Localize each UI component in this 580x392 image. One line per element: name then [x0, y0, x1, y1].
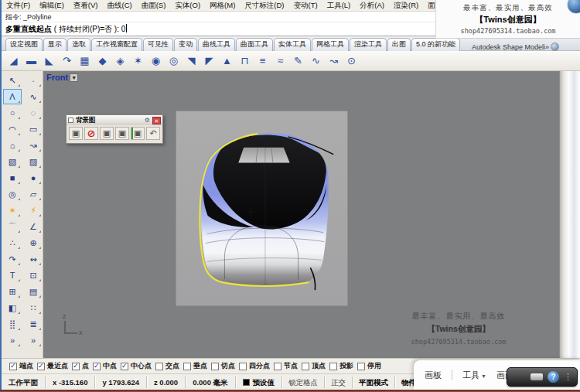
more-tools-left-icon[interactable]: »: [3, 332, 22, 348]
arc-blend-icon[interactable]: ↷: [3, 251, 22, 267]
right-panel-edge[interactable]: [559, 71, 580, 358]
control-point-curve-icon[interactable]: ∿: [24, 89, 43, 104]
board-menu-item[interactable]: 画板: [425, 370, 442, 381]
move-points-icon[interactable]: ⊡: [24, 268, 43, 283]
polyline-icon[interactable]: Λ: [3, 89, 22, 104]
boolean-union-icon[interactable]: ⊕: [24, 235, 43, 251]
arc-icon[interactable]: ◠: [3, 121, 22, 137]
group-icon[interactable]: ∴: [3, 235, 22, 251]
more-options-icon[interactable]: ⋮: [564, 372, 572, 382]
plane-icon[interactable]: ▱: [24, 186, 43, 202]
cap-holes-icon[interactable]: ⊓: [236, 53, 254, 70]
menu-item[interactable]: 工具(L): [322, 0, 356, 11]
player-control-pill[interactable]: ? ⋮: [507, 367, 578, 387]
explode-icon[interactable]: ✶: [3, 203, 22, 218]
menu-item[interactable]: 实体(O): [170, 0, 205, 11]
toolbar-tab[interactable]: 网格工具: [312, 38, 349, 51]
ellipse-icon[interactable]: ◌: [24, 105, 43, 121]
status-toggle[interactable]: 正交: [325, 377, 353, 388]
toolbar-tab[interactable]: 渲染工具: [350, 38, 387, 51]
align-background-image-icon[interactable]: ▣: [115, 127, 129, 140]
freeform-curve-icon[interactable]: ↝: [24, 138, 43, 153]
toolbar-tab[interactable]: 显示: [43, 38, 67, 51]
toolbar-tab[interactable]: 可见性: [143, 38, 173, 51]
menu-item[interactable]: 文件(F): [2, 0, 35, 11]
match-surface-icon[interactable]: ✎: [289, 53, 307, 70]
osnap-checkbox[interactable]: 端点: [9, 361, 33, 371]
checkbox-icon[interactable]: [9, 363, 17, 370]
toolbar-tab[interactable]: 出图: [387, 38, 411, 51]
loft-icon[interactable]: ◈: [111, 53, 129, 70]
menu-item[interactable]: 曲线(C): [102, 0, 136, 11]
toolbar-tab[interactable]: 工作视窗配置: [91, 38, 142, 51]
chamfer-icon[interactable]: ∠: [24, 219, 43, 234]
osnap-checkbox[interactable]: 节点: [274, 361, 298, 371]
checkbox-icon[interactable]: [155, 363, 163, 370]
tab-overflow-label[interactable]: Autodesk Shape Modeli»: [472, 43, 549, 51]
checkbox-icon[interactable]: [357, 363, 365, 370]
toolbar-tab[interactable]: 选取: [67, 38, 90, 51]
viewport-title[interactable]: Front ▼: [46, 73, 78, 82]
gear-icon[interactable]: ⚙: [145, 117, 150, 124]
array-icon[interactable]: ∷: [24, 300, 43, 315]
menu-item[interactable]: 渲染(R): [389, 0, 423, 11]
block-icon[interactable]: ⊞: [3, 284, 22, 299]
extrude-icon[interactable]: ▲: [218, 53, 236, 70]
tab-options-icon[interactable]: [551, 43, 559, 51]
tools-menu-item[interactable]: 工具▼: [462, 370, 486, 381]
toolbar-tab[interactable]: 实体工具: [274, 38, 311, 51]
circle-icon[interactable]: ○: [3, 105, 22, 121]
player-chip-icon[interactable]: [531, 373, 543, 380]
checkbox-icon[interactable]: [37, 363, 45, 370]
hatch-icon[interactable]: ▤: [24, 284, 43, 299]
checkbox-icon[interactable]: [239, 363, 247, 370]
rectangle-icon[interactable]: ▭: [24, 121, 43, 137]
osnap-checkbox[interactable]: 中点: [93, 361, 117, 371]
patch-icon[interactable]: ✶: [129, 53, 147, 70]
checkbox-icon[interactable]: [183, 363, 191, 370]
sphere-icon[interactable]: ●: [24, 170, 43, 186]
patch-surface-icon[interactable]: ▨: [24, 154, 43, 169]
text-icon[interactable]: T: [3, 268, 22, 283]
merge-surface-icon[interactable]: ∿: [307, 53, 325, 70]
torus-icon[interactable]: ◎: [3, 186, 22, 202]
shaded-view-icon[interactable]: ◧: [3, 300, 22, 315]
osnap-checkbox[interactable]: 点: [72, 361, 89, 371]
trace-background-image-icon[interactable]: ↶: [146, 127, 160, 140]
toolbar-tab[interactable]: 曲线工具: [198, 38, 235, 51]
surface-3pt-icon[interactable]: ◣: [40, 53, 58, 70]
surface-from-points-icon[interactable]: ▧: [3, 154, 22, 169]
osnap-checkbox[interactable]: 最近点: [37, 361, 68, 371]
viewport-menu-chevron-icon[interactable]: ▼: [70, 73, 78, 82]
help-icon[interactable]: ?: [548, 371, 559, 383]
osnap-checkbox[interactable]: 中心点: [121, 361, 152, 371]
move-background-image-icon[interactable]: ▣: [100, 127, 114, 140]
checkbox-icon[interactable]: [329, 363, 337, 370]
checkbox-icon[interactable]: [72, 363, 80, 370]
layer-cell[interactable]: 预设值: [236, 377, 283, 388]
extend-surface-icon[interactable]: ◢: [5, 53, 22, 70]
close-icon[interactable]: ✕: [152, 117, 161, 124]
blend-surface-icon[interactable]: ≈: [271, 53, 289, 70]
menu-item[interactable]: 分析(A): [355, 0, 389, 11]
osnap-checkbox[interactable]: 停用: [357, 361, 381, 371]
status-toggle[interactable]: 锁定格点: [282, 377, 325, 388]
show-edges-icon[interactable]: ⊙: [343, 53, 360, 70]
menu-item[interactable]: 查看(V): [69, 0, 103, 11]
offset-surface-icon[interactable]: ≡: [254, 53, 271, 70]
osnap-checkbox[interactable]: 投影: [329, 361, 353, 371]
more-tools-right-icon[interactable]: »: [24, 332, 43, 348]
menu-item[interactable]: 编辑(E): [35, 0, 69, 11]
place-background-image-icon[interactable]: ▣: [69, 127, 83, 140]
toolbar-tab[interactable]: 设定视图: [5, 38, 43, 51]
revolve-icon[interactable]: ◉: [147, 53, 165, 70]
surface-from-points-icon[interactable]: ◆: [94, 53, 111, 70]
fillet-icon[interactable]: ⌒: [3, 219, 22, 234]
toolbar-tab[interactable]: 变动: [174, 38, 197, 51]
scale-background-image-icon[interactable]: ▣: [131, 127, 145, 140]
trim-icon[interactable]: ⚡: [24, 203, 43, 218]
select-icon[interactable]: ↖: [3, 73, 22, 88]
box-icon[interactable]: ■: [3, 170, 22, 186]
osnap-checkbox[interactable]: 四分点: [239, 361, 270, 371]
toolbar-tab[interactable]: 5.0 的新功能: [411, 38, 460, 51]
